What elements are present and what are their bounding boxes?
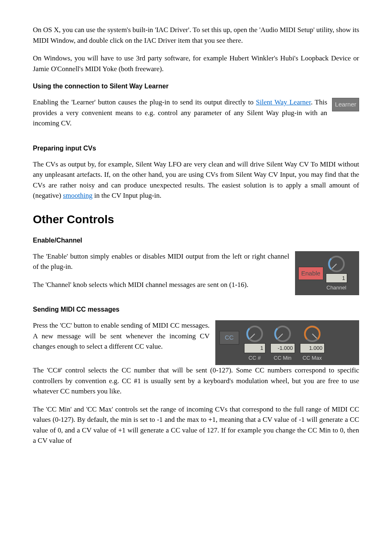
svg-line-5 <box>278 334 283 338</box>
subheading-enable-channel: Enable/Channel <box>33 236 359 245</box>
channel-knob[interactable] <box>328 255 345 273</box>
smoothing-link[interactable]: smoothing <box>63 192 92 199</box>
cc-min-label: CC Min <box>274 354 291 362</box>
paragraph: On OS X, you can use the system's built-… <box>33 25 359 46</box>
cc-min-knob[interactable] <box>274 325 291 342</box>
text: Enabling the 'Learner' button causes the… <box>33 98 256 106</box>
cc-button[interactable]: CC <box>219 331 239 345</box>
cc-number-knob[interactable] <box>246 325 263 342</box>
cc-min-value[interactable]: -1.000 <box>270 343 295 353</box>
svg-line-7 <box>312 334 317 338</box>
enable-channel-panel: Enable 1 Channel <box>295 251 359 295</box>
paragraph: The CVs as output by, for example, Silen… <box>33 159 359 201</box>
svg-line-1 <box>332 264 337 268</box>
svg-line-3 <box>250 334 255 338</box>
subheading-sending-midi-cc: Sending MIDI CC messages <box>33 305 359 314</box>
silent-way-learner-link[interactable]: Silent Way Learner <box>256 98 311 106</box>
paragraph: The 'CC Min' and 'CC Max' controls set t… <box>33 404 359 446</box>
cc-panel: CC 1 CC # -1.000 CC Min <box>215 320 359 365</box>
paragraph: On Windows, you will have to use 3rd par… <box>33 53 359 74</box>
channel-label: Channel <box>327 284 346 292</box>
section-heading-other-controls: Other Controls <box>33 211 359 228</box>
text: in the CV Input plug-in. <box>92 192 161 199</box>
cc-max-knob[interactable] <box>304 325 321 342</box>
paragraph: Enabling the 'Learner' button causes the… <box>33 97 327 129</box>
paragraph: Press the 'CC' button to enable sending … <box>33 320 210 352</box>
enable-button[interactable]: Enable <box>298 267 323 280</box>
cc-number-value[interactable]: 1 <box>244 343 265 353</box>
channel-value[interactable]: 1 <box>326 273 347 283</box>
subheading-preparing-input-cvs: Preparing input CVs <box>33 143 359 153</box>
cc-max-value[interactable]: 1.000 <box>300 343 325 353</box>
paragraph: The 'Enable' button simply enables or di… <box>33 251 289 272</box>
paragraph: The 'CC#' control selects the CC number … <box>33 365 359 397</box>
cc-number-label: CC # <box>249 354 261 362</box>
paragraph: The 'Channel' knob selects which MIDI ch… <box>33 280 289 290</box>
subheading-silent-way-learner: Using the connection to Silent Way Learn… <box>33 81 359 91</box>
learner-button[interactable]: Learner <box>332 98 359 111</box>
cc-max-label: CC Max <box>302 354 322 362</box>
